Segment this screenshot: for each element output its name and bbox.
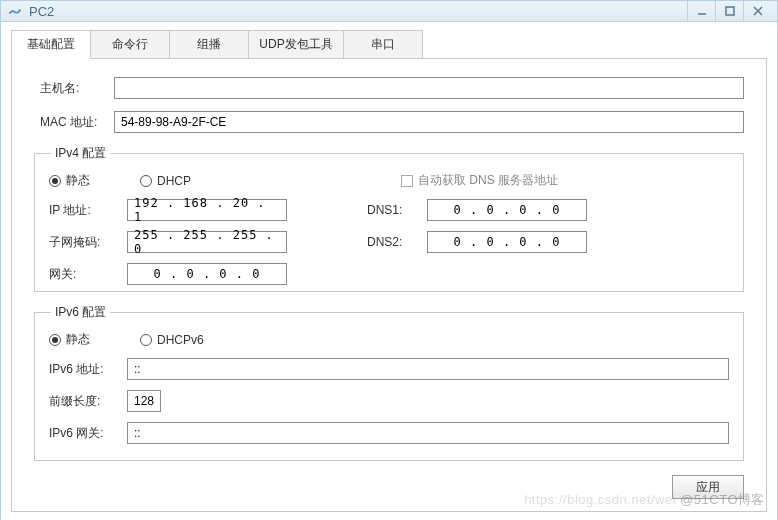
client-area: 基础配置 命令行 组播 UDP发包工具 串口 主机名: MAC 地址: 54-8… xyxy=(1,22,777,520)
tab-cli[interactable]: 命令行 xyxy=(90,30,170,59)
row-hostname: 主机名: xyxy=(34,77,744,99)
ipv4-legend: IPv4 配置 xyxy=(51,145,110,162)
tab-udp-send[interactable]: UDP发包工具 xyxy=(248,30,344,59)
dns2-label: DNS2: xyxy=(367,235,427,249)
ipv4-radio-static[interactable]: 静态 xyxy=(49,172,90,189)
row-ipv6-prefix: 前缀长度: 128 xyxy=(49,390,729,412)
mask-label: 子网掩码: xyxy=(49,234,127,251)
row-mac: MAC 地址: 54-89-98-A9-2F-CE xyxy=(34,111,744,133)
row-ipv6-addr: IPv6 地址: :: xyxy=(49,358,729,380)
ip-address-input[interactable]: 192 . 168 . 20 . 1 xyxy=(127,199,287,221)
ipv6-addr-label: IPv6 地址: xyxy=(49,361,127,378)
window-frame: PC2 基础配置 命令行 组播 UDP发包工具 串口 主机名: xyxy=(0,0,778,520)
ipv4-radio-dhcp-label: DHCP xyxy=(157,174,191,188)
row-ipv6-gw: IPv6 网关: :: xyxy=(49,422,729,444)
ipv4-radio-static-label: 静态 xyxy=(66,172,90,189)
mac-input[interactable]: 54-89-98-A9-2F-CE xyxy=(114,111,744,133)
ipv4-mode-row: 静态 DHCP 自动获取 DNS 服务器地址 xyxy=(49,172,729,189)
ipv4-autodns-label: 自动获取 DNS 服务器地址 xyxy=(418,172,558,189)
ipv6-prefix-input[interactable]: 128 xyxy=(127,390,161,412)
dns1-label: DNS1: xyxy=(367,203,427,217)
footer: 应用 xyxy=(34,473,744,499)
maximize-button[interactable] xyxy=(715,1,743,21)
ipv6-radio-static-label: 静态 xyxy=(66,331,90,348)
ipv6-addr-input[interactable]: :: xyxy=(127,358,729,380)
tab-basic-config[interactable]: 基础配置 xyxy=(11,30,91,59)
ipv4-radio-dhcp[interactable]: DHCP xyxy=(140,174,191,188)
ip-label: IP 地址: xyxy=(49,202,127,219)
ipv6-radio-dhcpv6-label: DHCPv6 xyxy=(157,333,204,347)
svg-rect-1 xyxy=(726,7,734,15)
ipv6-legend: IPv6 配置 xyxy=(51,304,110,321)
tab-multicast[interactable]: 组播 xyxy=(169,30,249,59)
ipv6-group: IPv6 配置 静态 DHCPv6 IPv6 地址: :: 前缀长度: 128 xyxy=(34,304,744,461)
window-controls xyxy=(687,1,771,21)
tab-panel: 主机名: MAC 地址: 54-89-98-A9-2F-CE IPv4 配置 静… xyxy=(11,58,767,512)
hostname-input[interactable] xyxy=(114,77,744,99)
app-icon xyxy=(7,3,23,19)
tab-bar: 基础配置 命令行 组播 UDP发包工具 串口 xyxy=(11,30,767,59)
ipv4-group: IPv4 配置 静态 DHCP 自动获取 DNS 服务器地址 IP 地址: 19… xyxy=(34,145,744,292)
close-button[interactable] xyxy=(743,1,771,21)
tab-serial[interactable]: 串口 xyxy=(343,30,423,59)
dns1-input[interactable]: 0 . 0 . 0 . 0 xyxy=(427,199,587,221)
ipv6-gw-input[interactable]: :: xyxy=(127,422,729,444)
minimize-button[interactable] xyxy=(687,1,715,21)
mac-label: MAC 地址: xyxy=(34,114,114,131)
ipv6-gw-label: IPv6 网关: xyxy=(49,425,127,442)
dns2-input[interactable]: 0 . 0 . 0 . 0 xyxy=(427,231,587,253)
title-bar: PC2 xyxy=(1,1,777,22)
ipv6-prefix-label: 前缀长度: xyxy=(49,393,127,410)
ipv6-radio-static[interactable]: 静态 xyxy=(49,331,90,348)
ipv6-mode-row: 静态 DHCPv6 xyxy=(49,331,729,348)
apply-button[interactable]: 应用 xyxy=(672,475,744,499)
ipv4-grid: IP 地址: 192 . 168 . 20 . 1 DNS1: 0 . 0 . … xyxy=(49,199,729,285)
hostname-label: 主机名: xyxy=(34,80,114,97)
ipv6-radio-dhcpv6[interactable]: DHCPv6 xyxy=(140,333,204,347)
ipv4-checkbox-autodns[interactable]: 自动获取 DNS 服务器地址 xyxy=(401,172,558,189)
window-title: PC2 xyxy=(29,4,687,19)
gateway-label: 网关: xyxy=(49,266,127,283)
subnet-mask-input[interactable]: 255 . 255 . 255 . 0 xyxy=(127,231,287,253)
gateway-input[interactable]: 0 . 0 . 0 . 0 xyxy=(127,263,287,285)
